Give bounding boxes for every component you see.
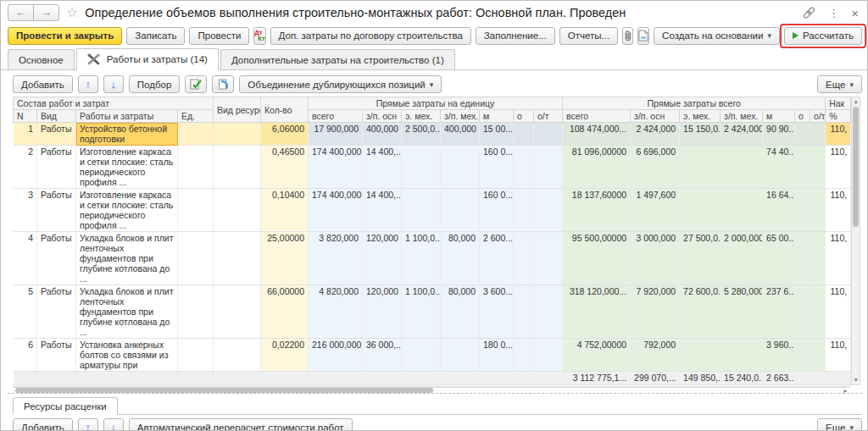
add-row-button[interactable]: Добавить: [13, 75, 73, 93]
cell-t_m[interactable]: 237 6...: [763, 285, 795, 339]
favorite-star-icon[interactable]: ☆: [66, 6, 78, 19]
header-direct-total[interactable]: Прямые затраты всего: [563, 97, 826, 110]
cell-t_o[interactable]: [795, 372, 810, 385]
header-t-ot[interactable]: о/т: [810, 110, 826, 123]
cell-u_zp[interactable]: 120,000: [363, 285, 402, 339]
cell-u_ot[interactable]: [534, 123, 563, 146]
cell-u_zpmeh[interactable]: [441, 189, 480, 232]
cell-n[interactable]: 4: [14, 232, 37, 285]
cell-vidres[interactable]: [214, 285, 261, 339]
cell-name[interactable]: Изготовление каркаса и сетки плоские: ст…: [76, 146, 178, 189]
cell-u_o[interactable]: [514, 372, 534, 385]
cell-u_o[interactable]: [514, 189, 534, 232]
cell-u_total[interactable]: 3 820,000: [309, 232, 363, 285]
reports-button[interactable]: Отчеты...: [559, 27, 618, 45]
cell-u_total[interactable]: [309, 372, 363, 385]
cell-qty[interactable]: 25,00000: [261, 232, 309, 285]
cell-t_zp[interactable]: 2 424,000: [631, 123, 680, 146]
cell-u_m[interactable]: 2 600...: [480, 232, 514, 285]
cell-nak[interactable]: 110,: [826, 146, 851, 189]
cell-t_total[interactable]: 318 120,000...: [563, 285, 631, 339]
header-t-zp[interactable]: з/п. осн: [631, 110, 680, 123]
cell-vidres[interactable]: [214, 189, 261, 232]
header-works[interactable]: Работы и затраты: [76, 110, 178, 123]
cell-u_emeh[interactable]: 1 100,0...: [402, 232, 441, 285]
works-table-row[interactable]: 4РаботыУкладка блоков и плит ленточных ф…: [14, 232, 851, 285]
resources-move-down-button[interactable]: ↓: [103, 418, 124, 430]
move-up-button[interactable]: ↑: [78, 75, 98, 93]
tab-resources[interactable]: Ресурсы расценки: [13, 397, 118, 415]
cell-t_m[interactable]: 3 960...: [763, 339, 795, 372]
cell-name[interactable]: Изготовление каркаса и сетки плоские: ст…: [76, 189, 178, 232]
cell-u_zp[interactable]: 14 400,...: [363, 146, 402, 189]
post-button[interactable]: Провести: [189, 27, 249, 45]
cell-u_m[interactable]: 3 600...: [480, 285, 514, 339]
works-table-row[interactable]: 5РаботыУкладка блоков и плит ленточных ф…: [14, 285, 851, 339]
create-based-on-button[interactable]: Создать на основании▾: [654, 27, 780, 45]
resources-more-button[interactable]: Еще▾: [817, 418, 862, 430]
link-icon[interactable]: [802, 7, 816, 19]
fill-button[interactable]: [185, 75, 207, 93]
calculate-button[interactable]: Рассчитать: [784, 27, 862, 45]
cell-vidres[interactable]: [214, 123, 261, 146]
attachments-button[interactable]: [622, 27, 633, 45]
cell-t_o[interactable]: [795, 123, 810, 146]
cell-u_zpmeh[interactable]: [441, 339, 480, 372]
cell-t_zpmeh[interactable]: 2 000,000: [721, 232, 763, 285]
header-u-zpmeh[interactable]: з/п. мех.: [441, 110, 480, 123]
header-u-total[interactable]: всего: [309, 110, 363, 123]
cell-u_zpmeh[interactable]: 80,000: [441, 285, 480, 339]
dtkt-button[interactable]: ДтКт: [253, 27, 265, 45]
post-and-close-button[interactable]: Провести и закрыть: [8, 27, 122, 45]
works-table-row[interactable]: 1РаботыУстройство бетонной подготовки6,0…: [14, 123, 851, 146]
cell-t_ot[interactable]: [810, 339, 826, 372]
cell-vidres[interactable]: [214, 339, 261, 372]
cell-t_total[interactable]: 3 112 775,1...: [563, 372, 631, 385]
cell-vid[interactable]: Работы: [37, 285, 76, 339]
works-table-row[interactable]: 6РаботыУстановка анкерных болтов со связ…: [14, 339, 851, 372]
header-t-m[interactable]: м: [763, 110, 795, 123]
selection-button[interactable]: Подбор: [129, 75, 181, 93]
cell-u_zp[interactable]: 14 400,...: [363, 189, 402, 232]
cell-u_emeh[interactable]: [402, 189, 441, 232]
cell-nak[interactable]: 110,: [826, 232, 851, 285]
cell-u_ot[interactable]: [534, 189, 563, 232]
scroll-down-icon[interactable]: ▼: [853, 376, 859, 384]
cell-nak[interactable]: 110,: [826, 285, 851, 339]
cell-t_ot[interactable]: [810, 189, 826, 232]
works-table-row[interactable]: 3РаботыИзготовление каркаса и сетки плос…: [14, 189, 851, 232]
cell-qty[interactable]: 6,06000: [261, 123, 309, 146]
more-menu-icon[interactable]: ⋮: [828, 7, 839, 19]
cell-n[interactable]: 1: [14, 123, 37, 146]
cell-u_zpmeh[interactable]: [441, 372, 480, 385]
cell-u_total[interactable]: 174 400,000: [309, 189, 363, 232]
cell-t_emeh[interactable]: [680, 339, 721, 372]
tab-main[interactable]: Основное: [8, 49, 75, 69]
cell-u_total[interactable]: 174 400,000: [309, 146, 363, 189]
cell-u_m[interactable]: 180 0...: [480, 339, 514, 372]
works-horizontal-scrollbar[interactable]: ►: [13, 386, 850, 388]
header-u-m[interactable]: м: [480, 110, 514, 123]
header-overhead[interactable]: Нак: [826, 97, 851, 110]
cell-u_zpmeh[interactable]: [441, 146, 480, 189]
cell-vid[interactable]: Работы: [37, 189, 76, 232]
header-u-ot[interactable]: о/т: [534, 110, 563, 123]
cell-t_zp[interactable]: 792,000: [631, 339, 680, 372]
cell-t_zpmeh[interactable]: 5 280,000: [721, 285, 763, 339]
cell-n[interactable]: [14, 372, 37, 385]
move-down-button[interactable]: ↓: [103, 75, 124, 93]
cell-n[interactable]: 5: [14, 285, 37, 339]
cell-vid[interactable]: [37, 372, 76, 385]
cell-u_ot[interactable]: [534, 339, 563, 372]
cell-t_zp[interactable]: 299 070,...: [631, 372, 680, 385]
copy-rows-button[interactable]: [212, 75, 234, 93]
cell-u_emeh[interactable]: [402, 146, 441, 189]
cell-qty[interactable]: 0,46500: [261, 146, 309, 189]
tab-additional-costs[interactable]: Дополнительные затраты на строительство …: [220, 49, 455, 69]
cell-t_o[interactable]: [795, 339, 810, 372]
cell-u_zp[interactable]: [363, 372, 402, 385]
cell-name[interactable]: Устройство бетонной подготовки: [76, 123, 178, 146]
cell-t_total[interactable]: 18 137,60000: [563, 189, 631, 232]
cell-t_emeh[interactable]: [680, 189, 721, 232]
panel-splitter[interactable]: [8, 393, 862, 394]
